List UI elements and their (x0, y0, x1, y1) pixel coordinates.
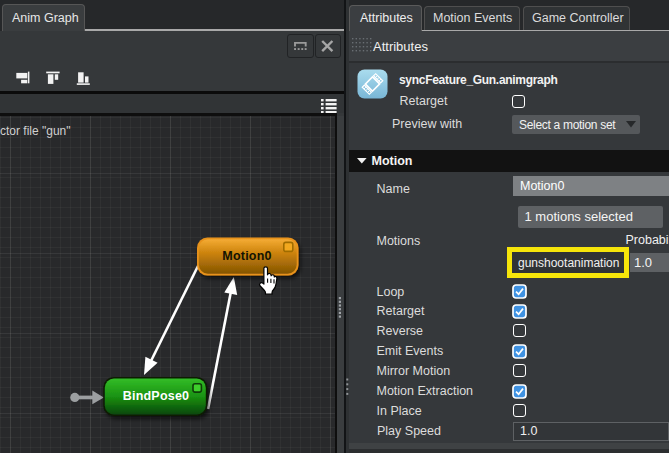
svg-text:BindPose0: BindPose0 (123, 389, 189, 403)
svg-text:Motion0: Motion0 (222, 249, 271, 263)
